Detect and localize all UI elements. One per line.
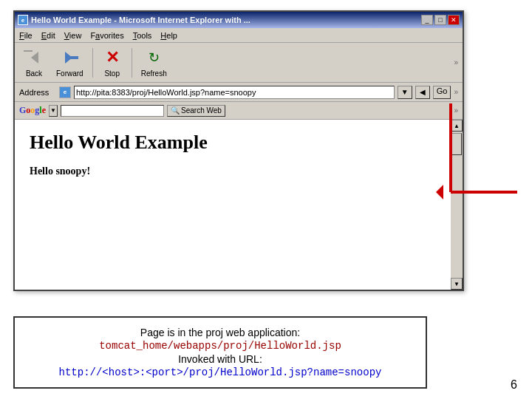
page-number: 6 <box>511 378 517 392</box>
menu-help[interactable]: Help <box>160 31 177 40</box>
title-bar: e Hello World Example - Microsoft Intern… <box>15 12 463 28</box>
content-area: Hello World Example Hello snoopy! ▲ ▼ <box>15 120 463 290</box>
back-icon <box>24 47 44 68</box>
toolbar-chevron: » <box>454 58 458 66</box>
address-input[interactable] <box>74 86 395 99</box>
content-heading: Hello World Example <box>30 132 436 154</box>
google-dropdown[interactable]: ▼ <box>49 105 58 117</box>
browser-window: e Hello World Example - Microsoft Intern… <box>13 10 464 291</box>
address-ie-icon: e <box>59 86 71 98</box>
google-search-label: Search Web <box>181 106 222 115</box>
annotation-line2: tomcat_home/webapps/proj/HelloWorld.jsp <box>27 340 414 352</box>
svg-marker-0 <box>31 52 38 64</box>
window-title: Hello World Example - Microsoft Internet… <box>31 16 250 24</box>
stop-icon: ✕ <box>102 47 123 68</box>
refresh-button[interactable]: ↻ Refresh <box>137 46 171 79</box>
toolbar-divider-2 <box>132 48 132 78</box>
title-bar-left: e Hello World Example - Microsoft Intern… <box>18 15 250 25</box>
annotation-box: Page is in the proj web application: tom… <box>13 316 427 389</box>
google-search-input[interactable] <box>61 105 164 117</box>
back-button[interactable]: Back <box>19 46 49 79</box>
back-label: Back <box>26 69 42 78</box>
menu-view[interactable]: View <box>64 31 82 40</box>
svg-rect-1 <box>24 50 33 52</box>
content-main: Hello World Example Hello snoopy! <box>15 120 451 290</box>
google-search-button[interactable]: 🔍 Search Web <box>167 105 225 117</box>
menu-bar: File Edit View Favorites Tools Help <box>15 28 463 43</box>
go-button[interactable]: Go <box>433 86 451 99</box>
google-bar: Google ▼ 🔍 Search Web » <box>15 102 463 120</box>
window-controls: _ □ ✕ <box>421 15 460 25</box>
toolbar: Back Forward ✕ Stop <box>15 43 463 83</box>
annotation-line1: Page is in the proj web application: <box>27 327 414 338</box>
toolbar-divider-1 <box>92 48 93 78</box>
refresh-label: Refresh <box>141 69 167 78</box>
scroll-down-btn[interactable]: ▼ <box>451 278 463 290</box>
stop-label: Stop <box>104 69 120 78</box>
annotation-line3: Invoked with URL: <box>27 353 414 365</box>
menu-favorites[interactable]: Favorites <box>90 31 123 40</box>
forward-button[interactable]: Forward <box>52 46 88 79</box>
menu-edit[interactable]: Edit <box>41 31 55 40</box>
slide-container: e Hello World Example - Microsoft Intern… <box>0 0 532 399</box>
google-logo: Google <box>19 105 46 116</box>
red-arrow <box>436 103 532 251</box>
address-dropdown-btn[interactable]: ▼ <box>398 86 412 99</box>
stop-button[interactable]: ✕ Stop <box>98 46 127 79</box>
close-button[interactable]: ✕ <box>448 15 460 25</box>
svg-rect-3 <box>71 56 78 59</box>
annotation-line4: http://<host>:<port>/proj/HelloWorld.jsp… <box>27 366 414 378</box>
menu-file[interactable]: File <box>19 31 33 40</box>
svg-marker-6 <box>436 185 443 200</box>
menu-tools[interactable]: Tools <box>133 31 152 40</box>
forward-label: Forward <box>56 69 83 78</box>
refresh-icon: ↻ <box>143 47 164 68</box>
address-chevron: » <box>454 88 458 96</box>
google-search-icon: 🔍 <box>171 106 180 115</box>
forward-icon <box>59 47 80 68</box>
address-label: Address <box>19 88 56 97</box>
minimize-button[interactable]: _ <box>421 15 433 25</box>
address-prev-btn[interactable]: ◀ <box>415 86 430 99</box>
maximize-button[interactable]: □ <box>434 15 446 25</box>
content-message: Hello snoopy! <box>30 166 436 177</box>
ie-icon: e <box>18 15 28 25</box>
address-bar: Address e ▼ ◀ Go » <box>15 83 463 102</box>
